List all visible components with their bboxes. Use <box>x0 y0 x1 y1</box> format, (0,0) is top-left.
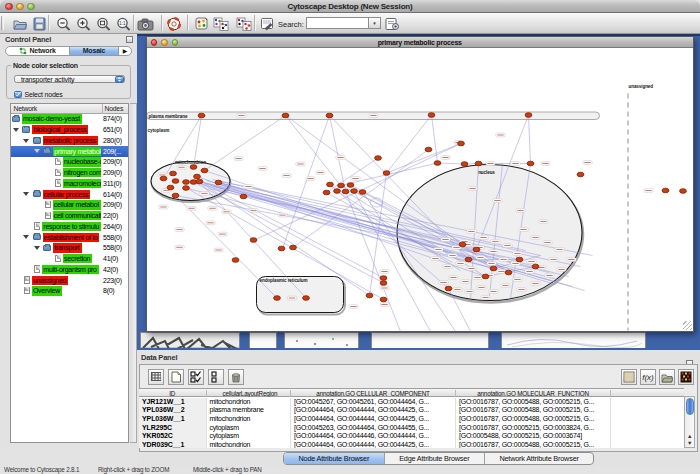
graph-node[interactable] <box>250 238 257 243</box>
tree-expand-arrow-icon[interactable] <box>34 149 40 153</box>
tree-row[interactable]: secretion41(0) <box>11 253 129 264</box>
column-header[interactable]: ID <box>139 390 207 397</box>
minimize-window-button[interactable] <box>16 3 24 11</box>
tab-mosaic[interactable]: Mosaic <box>69 47 119 55</box>
graph-node[interactable] <box>172 193 179 198</box>
snapshot-camera-icon[interactable] <box>136 14 154 33</box>
attribute-list-icon[interactable] <box>621 369 637 385</box>
graph-node[interactable] <box>160 176 167 181</box>
save-icon[interactable] <box>30 14 48 33</box>
graph-node[interactable] <box>380 276 387 281</box>
table-row[interactable]: YKR052Ccytoplasm[GO:0044464, GO:0044446,… <box>139 432 684 441</box>
graph-node[interactable] <box>350 189 357 194</box>
select-nodes-checkbox[interactable] <box>14 91 22 99</box>
tree-row[interactable]: cell communicati22(0) <box>11 210 129 221</box>
graph-node[interactable] <box>461 162 468 167</box>
background-window-fragment[interactable] <box>371 332 489 348</box>
background-window-fragment[interactable] <box>284 332 359 348</box>
graph-node[interactable] <box>380 297 387 302</box>
graph-node[interactable] <box>196 179 203 184</box>
graph-node[interactable] <box>359 190 366 195</box>
background-window-fragment[interactable] <box>249 332 277 348</box>
window-titlebar[interactable]: Cytoscape Desktop (New Session) <box>0 0 700 13</box>
table-row[interactable]: YDR039C__1mitochondrion[GO:0044464, GO:0… <box>139 441 684 448</box>
open-folder-icon[interactable] <box>11 14 29 33</box>
graph-node[interactable] <box>342 189 349 194</box>
tree-expand-arrow-icon[interactable] <box>23 139 29 143</box>
tree-row[interactable]: unassigned223(0) <box>11 275 129 286</box>
node-color-dropdown[interactable]: transporter activity <box>14 75 125 84</box>
graph-node[interactable] <box>383 171 390 176</box>
column-header[interactable]: annotation.GO MOLECULAR_FUNCTION <box>456 390 611 397</box>
graph-node[interactable] <box>201 168 208 173</box>
tree-row[interactable]: establishment of lo558(0) <box>11 232 129 243</box>
import-attributes-icon[interactable] <box>659 369 675 385</box>
scroll-down-arrow[interactable]: ▼ <box>685 440 695 447</box>
background-window-fragment[interactable] <box>140 332 240 348</box>
graph-node[interactable] <box>182 186 189 191</box>
graph-node[interactable] <box>516 257 523 262</box>
network-zoom-button[interactable] <box>172 39 179 46</box>
tree-expand-arrow-icon[interactable] <box>23 235 29 239</box>
table-scrollbar[interactable]: ▲ ▼ <box>684 396 695 448</box>
tab-node-attribute-browser[interactable]: Node Attribute Browser <box>284 453 385 464</box>
graph-node[interactable] <box>169 171 176 176</box>
network-minimize-button[interactable] <box>161 39 168 46</box>
tree-row[interactable]: cellular metabol209(0) <box>11 200 129 211</box>
new-network-from-selection-icon[interactable] <box>212 14 230 33</box>
delete-attribute-icon[interactable] <box>228 369 244 385</box>
new-network-all-edges-icon[interactable] <box>235 14 253 33</box>
graph-node[interactable] <box>445 286 452 291</box>
tab-edge-attribute-browser[interactable]: Edge Attribute Browser <box>385 453 485 464</box>
graph-node[interactable] <box>289 245 296 250</box>
graph-node[interactable] <box>326 113 333 118</box>
tree-row[interactable]: Overview8(0) <box>11 286 129 297</box>
tree-row[interactable]: mosaic-demo-yeast874(0) <box>11 114 129 125</box>
graph-node[interactable] <box>167 185 174 190</box>
table-row[interactable]: YJR121W__1mitochondrion[GO:0045267, GO:0… <box>139 398 684 407</box>
tree-row[interactable]: transport558(0) <box>11 243 129 254</box>
graph-node[interactable] <box>473 247 480 252</box>
network-window-titlebar[interactable]: primary metabolic process <box>147 37 694 48</box>
graph-node[interactable] <box>278 246 285 251</box>
graph-node[interactable] <box>457 141 464 146</box>
tree-expand-arrow-icon[interactable] <box>13 128 19 132</box>
layout-icon[interactable] <box>192 14 210 33</box>
graph-node[interactable] <box>282 113 289 118</box>
graph-node[interactable] <box>434 161 441 166</box>
edge[interactable] <box>528 115 530 164</box>
attribute-batch-icon[interactable] <box>188 369 204 385</box>
edge[interactable] <box>285 116 340 186</box>
graph-node[interactable] <box>232 258 239 263</box>
column-header[interactable]: annotation.GO CELLULAR_COMPONENT <box>291 390 456 397</box>
edge[interactable] <box>204 116 285 171</box>
graph-node[interactable] <box>347 183 354 188</box>
background-window-fragment[interactable] <box>501 332 646 348</box>
tree-row[interactable]: nitrogen compou209(0) <box>11 167 129 178</box>
wizard-icon[interactable] <box>258 14 276 33</box>
graph-node[interactable] <box>475 161 482 166</box>
search-config-icon[interactable] <box>384 14 400 33</box>
graph-node[interactable] <box>525 113 532 118</box>
graph-node[interactable] <box>366 293 373 298</box>
graph-node[interactable] <box>482 274 489 279</box>
function-builder-icon[interactable]: f(x) <box>640 369 656 385</box>
column-header[interactable]: _cellularLayoutRegion <box>207 390 292 397</box>
tabs-overflow-arrow[interactable]: ▶ <box>119 47 131 55</box>
graph-node[interactable] <box>198 113 205 118</box>
zoom-fit-icon[interactable] <box>94 14 112 33</box>
tree-row[interactable]: macromolecule m311(0) <box>11 178 129 189</box>
graph-node[interactable] <box>425 147 432 152</box>
tree-row[interactable]: cellular process614(0) <box>11 189 129 200</box>
unified-view-icon[interactable] <box>208 369 224 385</box>
tree-row[interactable]: primary metabolic process209(... <box>11 146 129 157</box>
tab-network-attribute-browser[interactable]: Network Attribute Browser <box>485 453 593 464</box>
new-attribute-icon[interactable] <box>168 369 184 385</box>
graph-node[interactable] <box>326 182 333 187</box>
tree-expand-arrow-icon[interactable] <box>34 246 40 250</box>
graph-node[interactable] <box>172 179 179 184</box>
graph-node[interactable] <box>240 194 247 199</box>
tree-scrollbar[interactable] <box>130 103 137 443</box>
graph-node[interactable] <box>577 172 584 177</box>
edge[interactable] <box>437 163 464 164</box>
